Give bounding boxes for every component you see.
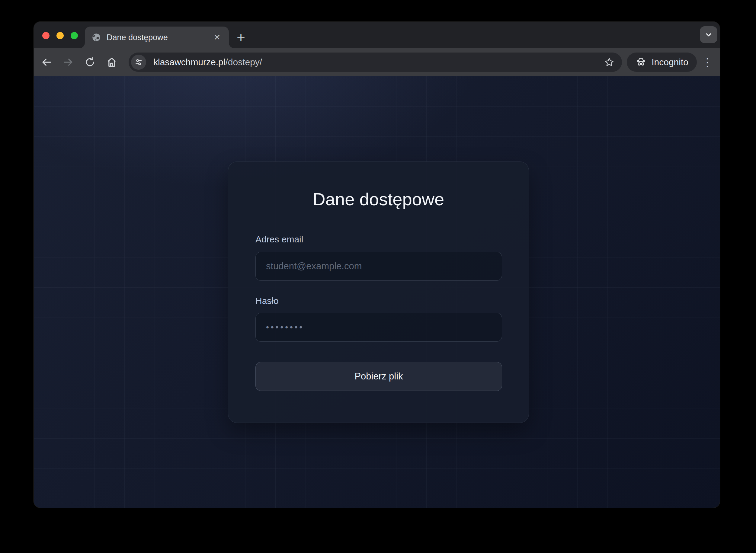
page-title: Dane dostępowe xyxy=(228,189,529,209)
zoom-window-button[interactable] xyxy=(71,32,78,39)
arrow-right-icon xyxy=(62,56,74,68)
password-input[interactable] xyxy=(255,313,502,342)
address-bar[interactable]: klasawchmurze.pl/dostepy/ xyxy=(129,53,622,72)
incognito-label: Incognito xyxy=(652,57,688,67)
close-window-button[interactable] xyxy=(42,32,50,39)
globe-favicon-icon xyxy=(91,32,101,42)
url-path: /dostepy/ xyxy=(225,57,262,67)
email-input[interactable] xyxy=(255,252,502,281)
site-settings-button[interactable] xyxy=(131,55,146,70)
star-icon xyxy=(604,57,615,68)
reload-button[interactable] xyxy=(81,54,98,71)
url-text: klasawchmurze.pl/dostepy/ xyxy=(153,57,603,67)
password-label: Hasło xyxy=(255,296,279,306)
kebab-menu-icon: ⋮ xyxy=(702,56,713,69)
bookmark-button[interactable] xyxy=(603,56,616,69)
browser-tab[interactable]: Dane dostępowe ✕ xyxy=(85,26,229,48)
tab-strip: Dane dostępowe ✕ + xyxy=(34,22,720,48)
tune-icon xyxy=(134,57,143,67)
arrow-left-icon xyxy=(41,56,53,68)
reload-icon xyxy=(84,56,96,68)
browser-toolbar: klasawchmurze.pl/dostepy/ Incognito ⋮ xyxy=(34,48,720,76)
close-tab-button[interactable]: ✕ xyxy=(211,32,223,43)
chevron-down-icon xyxy=(703,29,714,40)
forward-button[interactable] xyxy=(60,54,77,71)
home-icon xyxy=(106,56,118,68)
minimize-window-button[interactable] xyxy=(57,32,64,39)
tab-title: Dane dostępowe xyxy=(106,33,206,42)
incognito-badge: Incognito xyxy=(627,53,697,72)
menu-button[interactable]: ⋮ xyxy=(700,54,714,71)
browser-window: Dane dostępowe ✕ + xyxy=(34,22,720,508)
home-button[interactable] xyxy=(103,54,120,71)
back-button[interactable] xyxy=(38,54,55,71)
access-card: Dane dostępowe Adres email Hasło Pobierz… xyxy=(228,161,529,423)
url-domain: klasawchmurze.pl xyxy=(153,57,225,67)
download-file-button[interactable]: Pobierz plik xyxy=(255,362,502,391)
email-label: Adres email xyxy=(255,234,303,244)
tab-search-button[interactable] xyxy=(700,26,717,43)
new-tab-button[interactable]: + xyxy=(232,28,250,47)
window-controls xyxy=(42,32,78,39)
incognito-icon xyxy=(635,57,647,68)
web-page: Dane dostępowe Adres email Hasło Pobierz… xyxy=(34,76,720,508)
